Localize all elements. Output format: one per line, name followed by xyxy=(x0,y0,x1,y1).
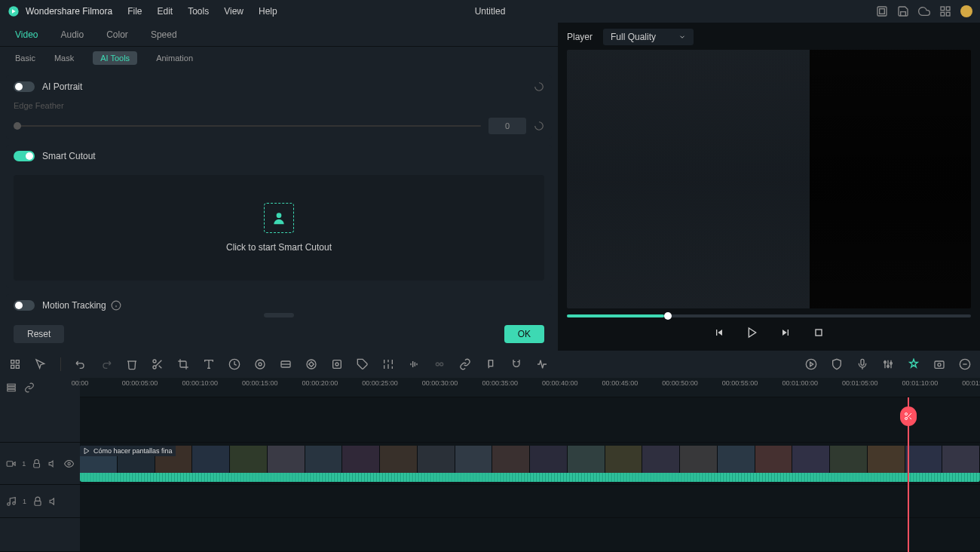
tab-color[interactable]: Color xyxy=(106,29,128,40)
menu-tools[interactable]: Tools xyxy=(188,6,209,17)
ok-button[interactable]: OK xyxy=(504,325,544,343)
delete-icon[interactable] xyxy=(126,358,138,370)
reset-icon[interactable] xyxy=(534,121,544,131)
slider-edge-feather[interactable] xyxy=(14,125,481,127)
link-track-icon[interactable] xyxy=(24,382,35,393)
save-icon[interactable] xyxy=(897,5,909,17)
video-track-icon xyxy=(6,458,16,469)
svg-rect-59 xyxy=(8,387,16,388)
subtab-ai-tools[interactable]: AI Tools xyxy=(93,51,137,65)
tag-icon[interactable] xyxy=(357,358,369,370)
mute-track-icon[interactable] xyxy=(48,458,58,469)
clip-thumbnail xyxy=(755,446,793,473)
menu-view[interactable]: View xyxy=(224,6,243,17)
svg-rect-61 xyxy=(7,461,13,466)
progress-thumb[interactable] xyxy=(664,312,672,320)
layout-icon[interactable] xyxy=(876,5,888,17)
audio-track: 1 xyxy=(0,485,980,518)
apps-icon[interactable] xyxy=(939,5,951,17)
preview-area[interactable] xyxy=(567,50,971,308)
document-title: Untitled xyxy=(475,6,506,17)
mic-icon[interactable] xyxy=(856,358,868,370)
ai-tool-icon[interactable] xyxy=(908,358,920,370)
clip-title: Cómo hacer pantallas fina xyxy=(93,447,173,455)
smart-cutout-start[interactable]: Click to start Smart Cutout xyxy=(14,175,544,281)
subtab-animation[interactable]: Animation xyxy=(156,54,193,63)
svg-point-65 xyxy=(68,462,70,465)
video-clip[interactable]: Cómo hacer pantallas fina xyxy=(80,446,980,482)
tab-speed[interactable]: Speed xyxy=(151,29,177,40)
pointer-tool-icon[interactable] xyxy=(35,358,47,370)
playhead-handle[interactable] xyxy=(900,406,917,426)
text-icon[interactable] xyxy=(203,358,215,370)
link-icon[interactable] xyxy=(459,358,471,370)
clip-thumbnail xyxy=(305,446,343,473)
value-edge-feather[interactable]: 0 xyxy=(488,118,526,134)
split-icon[interactable] xyxy=(152,358,164,370)
svg-marker-66 xyxy=(84,448,89,454)
menu-help[interactable]: Help xyxy=(259,6,277,17)
toggle-smart-cutout[interactable] xyxy=(14,151,35,161)
time-ruler[interactable]: 00:0000:00:05:0000:00:10:0000:00:15:0000… xyxy=(80,378,980,397)
eye-track-icon[interactable] xyxy=(64,458,74,469)
sliders-icon[interactable] xyxy=(382,358,394,370)
snapshot-icon[interactable] xyxy=(933,358,945,370)
select-tool-icon[interactable] xyxy=(9,358,21,370)
speed-icon[interactable] xyxy=(228,358,240,370)
group-icon[interactable] xyxy=(433,358,446,370)
audio-track-label: 1 xyxy=(23,498,26,505)
info-icon[interactable] xyxy=(111,300,121,311)
clip-thumbnail xyxy=(342,446,380,473)
quality-dropdown[interactable]: Full Quality xyxy=(603,29,694,45)
magnetic-icon[interactable] xyxy=(510,358,522,370)
next-frame-button[interactable] xyxy=(778,325,793,340)
mute-track-icon[interactable] xyxy=(49,496,60,507)
detect-icon[interactable] xyxy=(331,358,343,370)
clip-video-icon xyxy=(83,447,90,455)
color-icon[interactable] xyxy=(254,358,266,370)
reset-button[interactable]: Reset xyxy=(14,325,64,343)
redo-icon[interactable] xyxy=(100,358,112,370)
keyframe-icon[interactable] xyxy=(305,358,317,370)
render-icon[interactable] xyxy=(805,358,817,370)
cloud-icon[interactable] xyxy=(918,5,930,17)
lock-track-icon[interactable] xyxy=(32,496,43,507)
adjustment-icon[interactable] xyxy=(280,358,292,370)
menu-file[interactable]: File xyxy=(127,6,142,17)
track-manager-icon[interactable] xyxy=(6,382,17,393)
zoom-out-icon[interactable] xyxy=(959,358,971,370)
toggle-ai-portrait[interactable] xyxy=(14,81,35,92)
prev-frame-button[interactable] xyxy=(712,325,727,340)
beat-icon[interactable] xyxy=(536,358,548,370)
ruler-label: 00:01:05:00 xyxy=(842,379,878,387)
audio-icon[interactable] xyxy=(408,358,420,370)
ruler-label: 00:00:55:00 xyxy=(722,379,758,387)
svg-rect-12 xyxy=(816,330,822,336)
undo-icon[interactable] xyxy=(75,358,87,370)
svg-rect-14 xyxy=(16,360,19,363)
reset-icon[interactable] xyxy=(534,81,544,92)
subtab-basic[interactable]: Basic xyxy=(15,54,35,63)
quality-value: Full Quality xyxy=(611,32,656,42)
shield-icon[interactable] xyxy=(831,358,843,370)
tab-audio[interactable]: Audio xyxy=(60,29,84,40)
mixer-icon[interactable] xyxy=(882,358,894,370)
play-button[interactable] xyxy=(745,325,760,340)
avatar[interactable] xyxy=(960,5,972,17)
player-panel: Player Full Quality xyxy=(558,23,980,351)
stop-button[interactable] xyxy=(811,325,826,340)
tab-video[interactable]: Video xyxy=(15,29,38,40)
clip-thumbnail xyxy=(718,446,755,473)
menu-edit[interactable]: Edit xyxy=(158,6,173,17)
clip-thumbnail xyxy=(605,446,643,473)
properties-panel: Video Audio Color Speed Basic Mask AI To… xyxy=(0,23,558,351)
lock-track-icon[interactable] xyxy=(32,458,41,469)
toggle-motion-tracking[interactable] xyxy=(14,300,35,311)
subtab-mask[interactable]: Mask xyxy=(54,54,74,63)
crop-icon[interactable] xyxy=(177,358,189,370)
player-progress[interactable] xyxy=(567,314,971,317)
playhead[interactable] xyxy=(908,397,909,552)
marker-icon[interactable] xyxy=(485,358,497,370)
svg-point-7 xyxy=(277,213,282,218)
clip-thumbnail xyxy=(230,446,268,473)
